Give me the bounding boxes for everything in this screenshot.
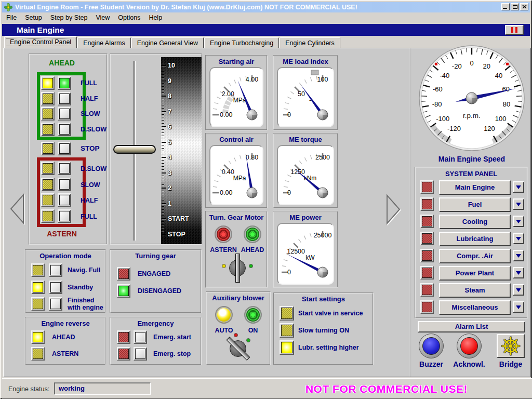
telegraph-astern-half-right[interactable] bbox=[58, 193, 71, 207]
telegraph-ahead-slow-left[interactable] bbox=[41, 107, 55, 121]
gauge-me-torque: ME torque012502500kNm bbox=[273, 133, 338, 208]
system-button-lubricating[interactable]: Lubricating bbox=[439, 232, 511, 246]
tab-engine-control-panel[interactable]: Engine Control Panel bbox=[4, 36, 77, 48]
tab-engine-cylinders[interactable]: Engine Cylinders bbox=[280, 37, 340, 48]
telegraph-ahead-full-right[interactable] bbox=[58, 76, 71, 90]
emerg-button-1-0[interactable] bbox=[117, 347, 130, 361]
tab-engine-general-view[interactable]: Engine General View bbox=[131, 37, 204, 48]
emerg-button-0-1[interactable] bbox=[134, 330, 147, 344]
engrev-label-0: AHEAD bbox=[52, 330, 99, 344]
svg-text:4.00: 4.00 bbox=[246, 76, 258, 83]
telegraph-astern-slow-left[interactable] bbox=[41, 178, 55, 191]
telegraph-ahead-d.slow-right[interactable] bbox=[58, 123, 71, 136]
telegraph-panel: AHEADFULLHALFSLOWD.SLOWSTOPD.SLOWSLOWHAL… bbox=[29, 54, 108, 245]
throttle-lever-panel: 10987654321STARTSTOP bbox=[110, 54, 202, 245]
telegraph-ahead-half-right[interactable] bbox=[58, 92, 71, 105]
gauge-starting-air: Starting air0.002.004.00MPa bbox=[205, 55, 268, 130]
telegraph-right-arrow[interactable] bbox=[384, 193, 403, 226]
engrev-button-0-0[interactable] bbox=[31, 330, 45, 344]
titlebar: Virtual Engine Room - Free Student Versi… bbox=[2, 2, 530, 12]
engrev-button-1-0[interactable] bbox=[31, 347, 45, 361]
page-title: Main Engine bbox=[17, 25, 64, 35]
system-button-compr-air[interactable]: Compr. .Air bbox=[439, 249, 511, 263]
tab-engine-alarms[interactable]: Engine Alarms bbox=[77, 37, 131, 48]
startset-button-1-0[interactable] bbox=[280, 323, 294, 338]
menu-help[interactable]: Help bbox=[144, 13, 166, 22]
system-dropdown-3[interactable] bbox=[513, 233, 524, 244]
telegraph-ahead-d.slow-left[interactable] bbox=[41, 123, 55, 136]
emerg-button-1-1[interactable] bbox=[134, 347, 147, 361]
opmode-button-0-0[interactable] bbox=[31, 263, 45, 277]
opmode-button-0-1[interactable] bbox=[49, 263, 62, 277]
alarm-list-button[interactable]: Alarm List bbox=[418, 321, 525, 332]
telegraph-left-arrow[interactable] bbox=[8, 192, 26, 226]
close-button[interactable] bbox=[520, 3, 528, 10]
tgm-switch-handle[interactable] bbox=[235, 254, 240, 283]
tab-engine-turbocharging[interactable]: Engine Turbocharging bbox=[204, 37, 279, 48]
system-dropdown-4[interactable] bbox=[513, 250, 524, 261]
telegraph-astern-full-left[interactable] bbox=[41, 209, 55, 223]
buzzer-button[interactable] bbox=[419, 334, 444, 358]
system-dropdown-1[interactable] bbox=[513, 198, 524, 210]
opmode-button-2-1[interactable] bbox=[49, 297, 62, 311]
telegraph-label-astern-2: HALF bbox=[81, 197, 98, 204]
telegraph-astern-label: ASTERN bbox=[37, 230, 87, 237]
startset-button-0-0[interactable] bbox=[280, 306, 294, 321]
turngear-title: Turning gear bbox=[111, 252, 201, 260]
menu-file[interactable]: File bbox=[2, 13, 21, 22]
svg-text:12500: 12500 bbox=[287, 248, 305, 255]
system-dropdown-0[interactable] bbox=[513, 181, 524, 193]
system-dropdown-7[interactable] bbox=[513, 301, 524, 313]
system-button-miscellaneous[interactable]: Miscellaneous bbox=[439, 300, 511, 315]
opmode-button-1-1[interactable] bbox=[49, 281, 62, 294]
system-button-steam[interactable]: Steam bbox=[439, 283, 511, 298]
scale-tick bbox=[162, 203, 166, 204]
chevron-down-icon bbox=[516, 237, 521, 241]
menu-step-by-step[interactable]: Step by Step bbox=[46, 13, 92, 22]
system-dropdown-2[interactable] bbox=[513, 216, 524, 227]
telegraph-ahead-slow-right[interactable] bbox=[58, 107, 71, 121]
system-dropdown-5[interactable] bbox=[513, 267, 524, 278]
opmode-button-1-0[interactable] bbox=[31, 281, 45, 294]
telegraph-astern-slow-right[interactable] bbox=[58, 178, 71, 191]
telegraph-stop-right[interactable] bbox=[58, 142, 71, 155]
system-button-cooling[interactable]: Cooling bbox=[439, 215, 511, 229]
system-button-main-engine[interactable]: Main Engine bbox=[439, 180, 511, 195]
svg-text:0.40: 0.40 bbox=[222, 168, 234, 176]
menu-view[interactable]: View bbox=[91, 13, 114, 22]
turngear-button-1-0[interactable] bbox=[117, 284, 130, 298]
emerg-label-1: Emerg. stop bbox=[153, 347, 200, 361]
svg-text:2.00: 2.00 bbox=[222, 90, 234, 98]
system-button-fuel[interactable]: Fuel bbox=[439, 197, 511, 212]
telegraph-ahead-full-left[interactable] bbox=[41, 76, 55, 90]
scale-tick bbox=[162, 96, 166, 97]
telegraph-astern-d.slow-left[interactable] bbox=[41, 162, 55, 175]
system-dropdown-6[interactable] bbox=[513, 284, 524, 296]
engine-status-field[interactable]: working bbox=[54, 382, 151, 395]
pause-button[interactable] bbox=[505, 25, 524, 35]
throttle-handle[interactable] bbox=[113, 145, 156, 154]
scale-label-11: STOP bbox=[168, 231, 185, 238]
telegraph-astern-half-left[interactable] bbox=[41, 193, 55, 207]
operation-mode-panel: Operation modeNavig. FullStandbyFinished… bbox=[25, 249, 106, 313]
emerg-button-0-0[interactable] bbox=[117, 330, 130, 344]
menu-options[interactable]: Options bbox=[114, 13, 144, 22]
telegraph-ahead-half-left[interactable] bbox=[41, 92, 55, 105]
system-button-power-plant[interactable]: Power Plant bbox=[439, 266, 511, 281]
scale-tick bbox=[162, 126, 166, 127]
telegraph-stop-left[interactable] bbox=[41, 142, 55, 155]
maximize-button[interactable] bbox=[511, 3, 519, 10]
emergency-panel: EmergencyEmerg. startEmerg. stop bbox=[110, 317, 202, 365]
throttle-scale-strip: 10987654321STARTSTOP bbox=[161, 57, 202, 244]
opmode-button-2-0[interactable] bbox=[31, 297, 45, 311]
turngear-button-0-0[interactable] bbox=[117, 267, 130, 281]
app-window: Virtual Engine Room - Free Student Versi… bbox=[0, 0, 532, 399]
redline-mark bbox=[435, 63, 437, 65]
bridge-button[interactable] bbox=[497, 334, 525, 358]
telegraph-astern-full-right[interactable] bbox=[58, 209, 71, 223]
telegraph-astern-d.slow-right[interactable] bbox=[58, 162, 71, 175]
menu-setup[interactable]: Setup bbox=[21, 13, 46, 22]
startset-button-2-0[interactable] bbox=[280, 340, 294, 355]
acknowledge-button[interactable] bbox=[457, 334, 482, 358]
minimize-button[interactable] bbox=[501, 3, 510, 10]
